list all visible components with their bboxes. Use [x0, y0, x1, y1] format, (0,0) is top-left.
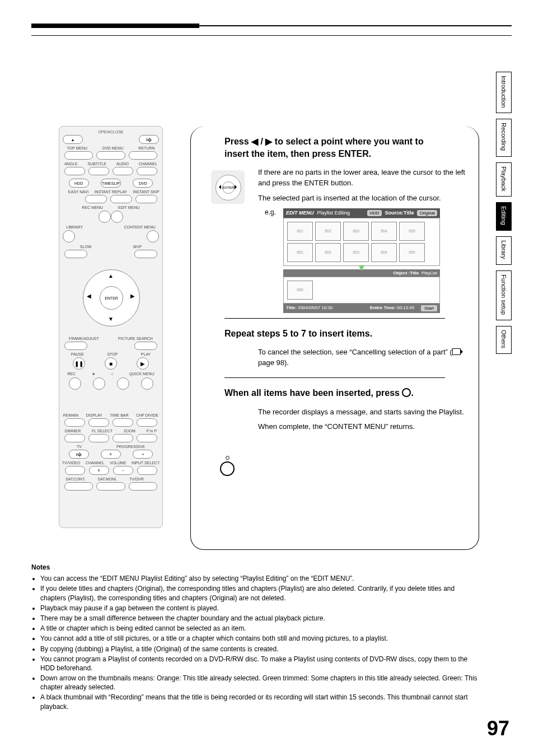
osd-mode: Playlist Editing — [317, 210, 350, 216]
remote-label: OPEN/CLOSE — [59, 130, 162, 134]
play-button: ▶ — [137, 357, 149, 370]
power-button: I/⏻ — [139, 135, 159, 144]
osd-playlist: PlayList — [421, 270, 437, 276]
osd-thumb: 002 — [315, 222, 341, 241]
circle-icon — [402, 388, 411, 397]
step1-p1: If there are no parts in the lower area,… — [258, 167, 467, 189]
picturesearch-label: PICTURE SEARCH — [118, 337, 153, 340]
dvdmenu-button — [96, 151, 125, 160]
quickmenu-button — [141, 377, 153, 390]
note-item: By copying (dubbing) a Playlist, a title… — [40, 645, 478, 654]
osd-menu-title: EDIT MENU — [286, 210, 314, 216]
next-button — [134, 250, 157, 258]
tv-label: TV — [77, 445, 82, 449]
star-button — [93, 377, 105, 390]
osd-source: Source:Title — [385, 210, 414, 216]
tab-function-setup: Function setup — [496, 270, 512, 320]
osd-drive: HDD — [367, 210, 381, 216]
hdd-button: HDD — [69, 179, 89, 188]
step1-title: Press ◀ / ▶ to select a point where you … — [224, 136, 445, 160]
tvvideo-button — [65, 466, 85, 475]
osd-thumb: 002 — [315, 243, 341, 262]
progressive-label: PROGRESSIVE — [116, 445, 145, 449]
osd-thumb: 001 — [287, 243, 313, 262]
note-item: Playback may pause if a gap between the … — [40, 604, 478, 613]
step2-title: Repeat steps 5 to 7 to insert items. — [224, 328, 445, 340]
inputselect-button — [137, 466, 157, 475]
osd-screenshot: EDIT MENU Playlist Editing HDD Source:Ti… — [283, 208, 440, 313]
navpad-icon: ENTER — [211, 170, 245, 204]
note-item: You can access the “EDIT MENU Playlist E… — [40, 574, 478, 583]
osd-object: Object :Title — [393, 270, 419, 276]
stop-button: ■ — [105, 357, 117, 370]
return-button — [129, 151, 157, 160]
note-item: If you delete titles and chapters (Origi… — [40, 584, 478, 602]
remote-navpad: ENTER ◀ ▶ ▲ ▼ — [72, 264, 150, 331]
remote-enter: ENTER — [100, 286, 123, 310]
rec-button — [69, 377, 81, 390]
notes-section: Notes You can access the “EDIT MENU Play… — [31, 563, 478, 712]
tab-editing: Editing — [496, 202, 512, 231]
note-item: A black thumbnail with “Recording” means… — [40, 693, 478, 711]
osd-thumb: 005 — [399, 243, 425, 262]
note-item: You cannot program a Playlist of content… — [40, 655, 478, 673]
editmenu-button — [111, 211, 123, 223]
ring-button-icon — [220, 456, 235, 476]
header-bar — [31, 24, 512, 28]
osd-thumb: 004 — [371, 222, 397, 241]
rew-button — [64, 342, 87, 350]
chup-button: ∧ — [101, 450, 121, 459]
channel-button — [137, 167, 157, 175]
note-item: A title or chapter which is being edited… — [40, 624, 478, 633]
tab-playback: Playback — [496, 162, 512, 197]
subtitle-button — [88, 167, 109, 175]
note-item: There may be a small difference between … — [40, 614, 478, 623]
tvpower-button: I/⏻ — [69, 450, 89, 459]
osd-thumb: 001 — [287, 222, 313, 241]
skip-label: SKIP — [133, 245, 142, 249]
timeslip-button: TIMESLIP — [101, 179, 121, 188]
osd-thumb: 005 — [399, 222, 425, 241]
instantreplay-button — [110, 195, 132, 203]
step3-title: When all items have been inserted, press… — [224, 387, 445, 399]
contentmenu-button — [147, 230, 159, 242]
slow-label: SLOW — [80, 245, 92, 249]
page-arrow-icon — [452, 348, 461, 355]
dvd-button: DVD — [133, 179, 153, 188]
frameadjust-label: FRAME/ADJUST — [69, 337, 99, 340]
voldn-button: − — [113, 466, 133, 475]
osd-thumb: 003 — [343, 243, 369, 262]
audio-button — [113, 167, 133, 175]
header-rule — [31, 35, 512, 36]
osd-thumb: 003 — [343, 222, 369, 241]
topmenu-button — [64, 151, 93, 160]
step3-p2: When complete, the “CONTENT MENU” return… — [258, 422, 467, 432]
fwd-button — [134, 342, 157, 350]
pause-button: ❚❚ — [73, 357, 85, 370]
note-item: Down arrow on the thumbnails means: Oran… — [40, 674, 478, 692]
angle-button — [64, 167, 85, 175]
step3-p1: The recorder displays a message, and sta… — [258, 407, 467, 418]
osd-thumb: 004 — [371, 243, 397, 262]
easynavi-button — [85, 195, 107, 203]
chdn-button: ∨ — [89, 466, 109, 475]
recmenu-button — [99, 211, 111, 223]
tab-others: Others — [496, 326, 512, 354]
eject-button: ▲ — [63, 135, 83, 144]
osd-start: Start — [421, 305, 437, 311]
side-tabs: IntroductionRecordingPlaybackEditingLibr… — [496, 72, 512, 360]
instruction-panel: Press ◀ / ▶ to select a point where you … — [190, 127, 479, 550]
library-button — [63, 230, 75, 242]
circle-button — [117, 377, 129, 390]
tab-recording: Recording — [496, 119, 512, 156]
step1-p2: The selected part is inserted at the loc… — [258, 193, 467, 204]
tab-introduction: Introduction — [496, 72, 512, 113]
page-number: 97 — [487, 717, 509, 740]
instantskip-button — [135, 195, 157, 203]
note-item: You cannot add a title of still pictures… — [40, 634, 478, 643]
osd-thumb-single: 006 — [287, 281, 313, 300]
volup-button: + — [133, 450, 153, 459]
tab-library: Library — [496, 236, 512, 265]
eg-label: e.g. — [265, 208, 276, 216]
prev-button — [64, 250, 87, 258]
